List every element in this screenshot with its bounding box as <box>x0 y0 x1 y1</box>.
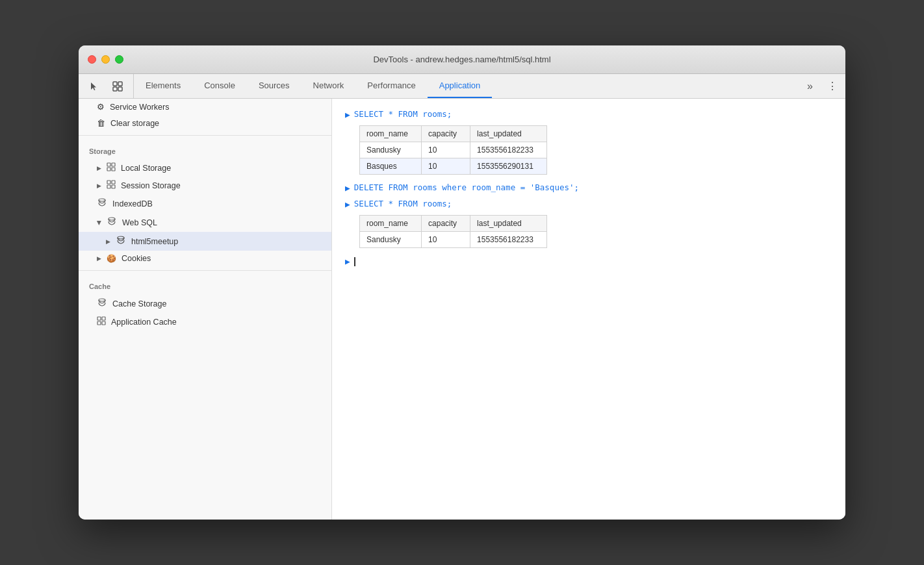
db-icon-html5meetup <box>116 235 126 247</box>
divider-cache <box>79 270 331 271</box>
svg-rect-3 <box>118 87 122 91</box>
col-header-last-updated-1: last_updated <box>470 126 547 142</box>
sql-result-table-2: room_name capacity last_updated Sandusky… <box>359 215 547 248</box>
sql-line-2: ▶ DELETE FROM rooms where room_name = 'B… <box>345 182 832 194</box>
cache-section-label: Cache <box>79 275 331 294</box>
cell-capacity: 10 <box>422 142 470 158</box>
table-row: Sandusky 10 1553556182233 <box>360 232 547 248</box>
svg-rect-17 <box>102 317 105 320</box>
collapse-icon-web-sql: ▶ <box>96 220 103 225</box>
divider-storage <box>79 135 331 136</box>
table-row: Basques 10 1553556290131 <box>360 158 547 175</box>
svg-rect-16 <box>97 317 101 320</box>
minimize-button[interactable] <box>101 55 110 64</box>
sql-input-line: ▶ <box>345 256 832 267</box>
sidebar-item-application-cache[interactable]: Application Cache <box>79 313 331 331</box>
sql-line-1: ▶ SELECT * FROM rooms; <box>345 109 832 120</box>
tab-elements[interactable]: Elements <box>134 74 192 98</box>
cell-room-name: Sandusky <box>360 142 422 158</box>
svg-rect-18 <box>97 321 101 325</box>
svg-point-14 <box>118 236 124 239</box>
tab-performance[interactable]: Performance <box>355 74 427 98</box>
inspect-icon[interactable] <box>109 78 127 95</box>
db-icon-cache-storage <box>97 297 107 310</box>
cursor-blink <box>354 257 355 266</box>
sql-prompt-3[interactable]: ▶ <box>345 199 350 210</box>
cell-room-name: Sandusky <box>360 232 422 248</box>
sidebar-item-clear-storage[interactable]: 🗑 Clear storage <box>79 115 331 131</box>
tab-sources[interactable]: Sources <box>247 74 302 98</box>
svg-rect-8 <box>107 181 110 184</box>
cell-last-updated: 1553556290131 <box>470 158 547 175</box>
svg-rect-0 <box>113 82 117 86</box>
svg-point-13 <box>109 218 115 220</box>
cell-last-updated: 1553556182233 <box>470 232 547 248</box>
grid-icon-local-storage <box>107 162 116 173</box>
window-title: DevTools - andrew.hedges.name/html5/sql.… <box>373 55 550 64</box>
tab-network[interactable]: Network <box>302 74 356 98</box>
tab-application[interactable]: Application <box>428 74 493 98</box>
svg-point-15 <box>99 299 105 301</box>
sidebar: ⚙ Service Workers 🗑 Clear storage Storag… <box>79 99 332 520</box>
svg-rect-4 <box>107 163 110 166</box>
traffic-lights <box>88 55 123 64</box>
sidebar-item-service-workers[interactable]: ⚙ Service Workers <box>79 99 331 115</box>
grid-icon-session-storage <box>107 180 116 191</box>
sql-line-3: ▶ SELECT * FROM rooms; <box>345 199 832 210</box>
sql-prompt-1[interactable]: ▶ <box>345 110 350 120</box>
more-tabs-button[interactable]: » <box>801 74 819 98</box>
svg-rect-10 <box>107 185 110 188</box>
sidebar-item-session-storage[interactable]: ▶ Session Storage <box>79 177 331 194</box>
svg-rect-6 <box>107 168 110 171</box>
tabbar: Elements Console Sources Network Perform… <box>79 74 845 99</box>
col-header-room-name-1: room_name <box>360 126 422 142</box>
maximize-button[interactable] <box>115 55 123 64</box>
sql-input-prompt[interactable]: ▶ <box>345 257 350 267</box>
devtools-menu-button[interactable]: ⋮ <box>819 74 845 98</box>
cell-room-name: Basques <box>360 158 422 175</box>
sql-text-3: SELECT * FROM rooms; <box>354 199 452 208</box>
cell-last-updated: 1553556182233 <box>470 142 547 158</box>
collapse-icon-local-storage: ▶ <box>97 165 101 171</box>
gear-icon: ⚙ <box>97 102 105 112</box>
grid-icon-app-cache <box>97 316 106 327</box>
close-button[interactable] <box>88 55 96 64</box>
collapse-icon-html5meetup: ▶ <box>106 238 110 245</box>
tabs: Elements Console Sources Network Perform… <box>134 74 801 98</box>
sidebar-item-html5meetup[interactable]: ▶ html5meetup <box>79 232 331 251</box>
db-icon-indexeddb <box>97 197 107 210</box>
sql-prompt-2[interactable]: ▶ <box>345 183 350 194</box>
col-header-capacity-1: capacity <box>422 126 470 142</box>
svg-rect-5 <box>112 163 115 166</box>
storage-section-label: Storage <box>79 140 331 159</box>
sidebar-item-cookies[interactable]: ▶ 🍪 Cookies <box>79 251 331 266</box>
cursor-icon[interactable] <box>85 78 103 95</box>
col-header-room-name-2: room_name <box>360 216 422 232</box>
collapse-icon-session-storage: ▶ <box>97 182 101 189</box>
cell-capacity: 10 <box>422 232 470 248</box>
sidebar-item-local-storage[interactable]: ▶ Local Storage <box>79 159 331 177</box>
svg-rect-9 <box>112 181 115 184</box>
sidebar-item-indexeddb[interactable]: IndexedDB <box>79 194 331 213</box>
titlebar: DevTools - andrew.hedges.name/html5/sql.… <box>79 45 845 74</box>
content-pane: ▶ SELECT * FROM rooms; room_name capacit… <box>332 99 845 520</box>
sidebar-item-cache-storage[interactable]: Cache Storage <box>79 294 331 313</box>
col-header-capacity-2: capacity <box>422 216 470 232</box>
svg-point-12 <box>99 199 105 201</box>
main-layout: ⚙ Service Workers 🗑 Clear storage Storag… <box>79 99 845 520</box>
sql-text-2: DELETE FROM rooms where room_name = 'Bas… <box>354 182 579 192</box>
tabbar-icons <box>79 74 134 98</box>
sidebar-item-web-sql[interactable]: ▶ Web SQL <box>79 213 331 232</box>
svg-rect-7 <box>112 168 115 171</box>
collapse-icon-cookies: ▶ <box>97 255 101 262</box>
svg-rect-2 <box>113 87 117 91</box>
tab-console[interactable]: Console <box>192 74 247 98</box>
sql-result-table-1: room_name capacity last_updated Sandusky… <box>359 125 547 175</box>
cell-capacity: 10 <box>422 158 470 175</box>
svg-rect-1 <box>118 82 122 86</box>
sql-text-1: SELECT * FROM rooms; <box>354 109 452 119</box>
devtools-window: DevTools - andrew.hedges.name/html5/sql.… <box>79 45 845 520</box>
svg-rect-11 <box>112 185 115 188</box>
db-icon-web-sql <box>107 216 117 229</box>
col-header-last-updated-2: last_updated <box>470 216 547 232</box>
